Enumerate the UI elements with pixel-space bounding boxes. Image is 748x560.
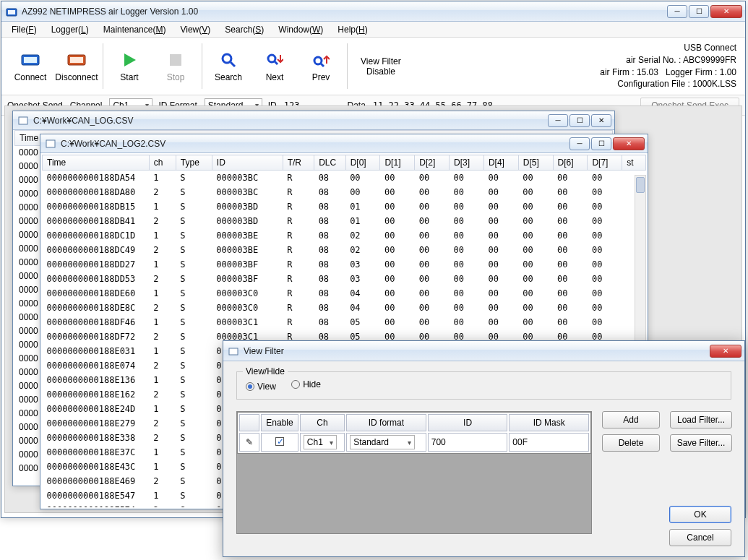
row-idformat-select[interactable]: Standard [350, 435, 415, 449]
search-icon [219, 51, 238, 69]
viewhide-group: View/Hide View Hide [236, 371, 731, 400]
filter-grid[interactable]: Enable Ch ID format ID ID Mask ✎ ✓ Ch1 S… [237, 412, 591, 454]
doc-icon [17, 115, 29, 126]
svg-rect-16 [229, 348, 238, 355]
log1-minimize[interactable]: ─ [548, 114, 568, 127]
add-button[interactable]: Add [602, 411, 660, 428]
search-button[interactable]: Search [205, 40, 252, 92]
menu-view[interactable]: View(V) [174, 23, 216, 36]
enable-checkbox[interactable]: ✓ [275, 437, 284, 446]
menubar: File(F) Logger(L) Maintenance(M) View(V)… [1, 22, 745, 38]
ok-button[interactable]: OK [669, 506, 731, 523]
connect-icon [21, 51, 40, 69]
search-next-icon [265, 51, 284, 69]
status-info: USB Connect air Serial No. : ABC99999FR … [597, 40, 739, 92]
menu-window[interactable]: Window(W) [272, 23, 329, 36]
menu-search[interactable]: Search(S) [219, 23, 270, 36]
svg-rect-14 [19, 117, 27, 124]
cancel-button[interactable]: Cancel [669, 529, 731, 546]
doc-icon [45, 138, 56, 150]
filter-titlebar[interactable]: View Filter ✕ [223, 341, 744, 361]
filter-row[interactable]: ✎ ✓ Ch1 Standard 700 00F [239, 433, 589, 452]
delete-button[interactable]: Delete [602, 434, 660, 452]
connect-button[interactable]: Connect [7, 40, 53, 92]
row-ch-select[interactable]: Ch1 [304, 435, 337, 449]
menu-file[interactable]: File(F) [6, 23, 43, 36]
menu-help[interactable]: Help(H) [332, 23, 373, 36]
log1-close[interactable]: ✕ [591, 114, 611, 127]
radio-hide[interactable]: Hide [291, 379, 321, 389]
menu-logger[interactable]: Logger(L) [46, 23, 95, 36]
table-row[interactable]: 0000000000188DC492S000003BER080200000000… [43, 243, 646, 257]
svg-line-11 [275, 61, 278, 64]
svg-rect-3 [24, 57, 37, 63]
play-icon [120, 51, 139, 69]
main-maximize-button[interactable]: ☐ [689, 5, 709, 18]
menu-maintenance[interactable]: Maintenance(M) [98, 23, 172, 36]
table-row[interactable]: 0000000000188DE601S000003C0R080400000000… [43, 286, 646, 301]
table-row[interactable]: 0000000000188DF461S000003C1R080500000000… [43, 315, 646, 329]
main-minimize-button[interactable]: ─ [667, 5, 687, 18]
radio-view[interactable]: View [246, 382, 276, 392]
main-close-button[interactable]: ✕ [710, 5, 742, 18]
toolbar: Connect Disconnect Start Stop Search Nex… [1, 38, 745, 95]
save-filter-button[interactable]: Save Filter... [670, 434, 732, 452]
stop-icon [166, 51, 185, 69]
table-row[interactable]: 0000000000188DB412S000003BDR080100000000… [43, 214, 646, 228]
main-title: AZ992 NETIMPRESS air Logger Version 1.00 [22, 7, 667, 17]
log2-title: C:¥Work¥CAN_LOG2.CSV [61, 139, 569, 149]
svg-point-10 [268, 55, 275, 62]
svg-rect-5 [70, 57, 83, 63]
svg-rect-15 [46, 140, 55, 147]
filter-title: View Filter [244, 346, 710, 356]
svg-marker-6 [124, 53, 136, 66]
app-icon [6, 6, 17, 17]
row-idmask-input[interactable]: 00F [509, 433, 589, 452]
svg-point-8 [223, 54, 231, 63]
stop-button[interactable]: Stop [152, 40, 199, 92]
prev-button[interactable]: Prev [298, 40, 344, 92]
filter-close-button[interactable]: ✕ [710, 345, 741, 358]
table-row[interactable]: 0000000000188DE8C2S000003C0R080400000000… [43, 301, 646, 315]
load-filter-button[interactable]: Load Filter... [670, 411, 732, 428]
log2-close[interactable]: ✕ [613, 137, 645, 150]
table-row[interactable]: 0000000000188DD532S000003BFR080300000000… [43, 272, 646, 286]
view-filter-dialog: View Filter ✕ View/Hide View Hide Enable… [223, 340, 745, 557]
row-id-input[interactable]: 700 [428, 433, 508, 452]
start-button[interactable]: Start [106, 40, 152, 92]
search-prev-icon [311, 51, 330, 69]
disconnect-button[interactable]: Disconnect [53, 40, 100, 92]
log2-minimize[interactable]: ─ [569, 137, 590, 150]
svg-rect-1 [8, 10, 15, 14]
table-row[interactable]: 0000000000188DA541S000003BCR080000000000… [43, 171, 646, 186]
log1-maximize[interactable]: ☐ [569, 114, 590, 127]
log2-maximize[interactable]: ☐ [591, 137, 611, 150]
filter-icon [228, 345, 239, 357]
svg-line-13 [321, 64, 324, 66]
table-row[interactable]: 0000000000188DB151S000003BDR080100000000… [43, 199, 646, 214]
svg-rect-7 [170, 54, 181, 66]
viewfilter-indicator: View Filter Disable [351, 40, 411, 92]
log1-title: C:¥Work¥CAN_LOG.CSV [33, 116, 548, 126]
table-row[interactable]: 0000000000188DA802S000003BCR080000000000… [43, 185, 646, 199]
svg-point-12 [314, 57, 322, 64]
disconnect-icon [67, 51, 86, 69]
main-titlebar[interactable]: AZ992 NETIMPRESS air Logger Version 1.00… [1, 1, 745, 22]
table-row[interactable]: 0000000000188DC1D1S000003BER080200000000… [43, 228, 646, 243]
table-row[interactable]: 0000000000188DD271S000003BFR080300000000… [43, 257, 646, 272]
svg-line-9 [231, 62, 235, 66]
next-button[interactable]: Next [252, 40, 298, 92]
